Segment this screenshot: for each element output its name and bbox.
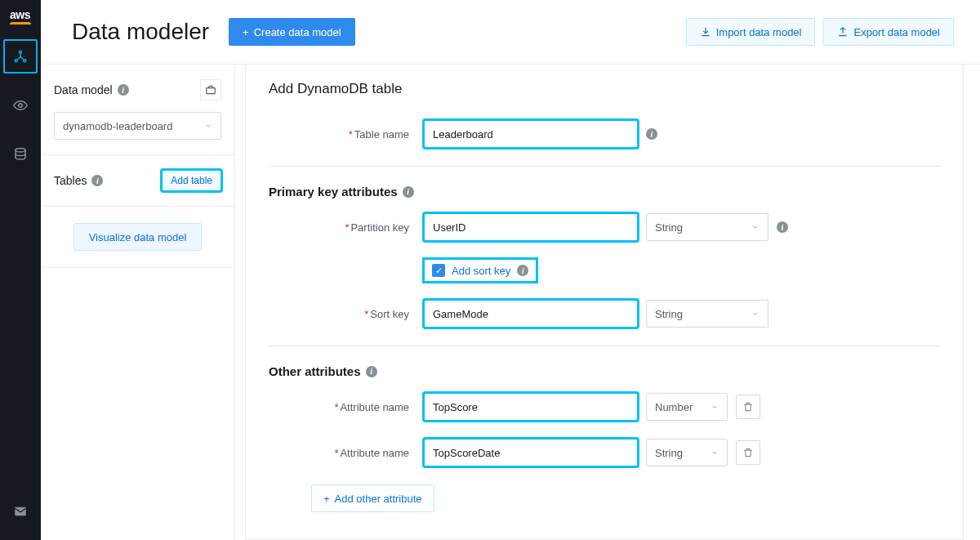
svg-point-0 <box>20 51 22 53</box>
attr-type: Number <box>655 401 693 413</box>
attribute-type-select[interactable]: String <box>646 439 728 466</box>
trash-icon <box>742 401 754 413</box>
delete-attribute-button[interactable] <box>736 395 760 419</box>
sidebar: Data model i dynamodb-leaderboard Tables… <box>41 64 235 540</box>
add-attr-label: Add other attribute <box>335 493 422 505</box>
data-model-label: Data model <box>54 83 113 96</box>
partition-key-type: String <box>655 221 683 234</box>
data-model-select[interactable]: dynamodb-leaderboard <box>54 112 221 140</box>
info-icon[interactable]: i <box>91 175 103 186</box>
svg-point-4 <box>16 149 25 153</box>
primary-key-section: Primary key attributes i <box>269 185 940 199</box>
header: Data modeler + Create data model Import … <box>41 0 980 64</box>
attribute-row: *Attribute name Number <box>269 393 940 421</box>
info-icon[interactable]: i <box>646 128 657 140</box>
svg-point-3 <box>19 104 23 108</box>
attribute-row: *Attribute name String <box>269 439 940 466</box>
svg-rect-5 <box>15 507 26 516</box>
panel-title: Add DynamoDB table <box>269 81 940 97</box>
info-icon[interactable]: i <box>118 84 129 96</box>
nav-data-modeler-icon[interactable] <box>3 39 38 74</box>
nav-rail: aws <box>0 0 41 540</box>
pk-heading: Primary key attributes <box>269 185 398 199</box>
chevron-down-icon <box>751 310 760 318</box>
attribute-type-select[interactable]: Number <box>646 393 728 421</box>
tables-label: Tables <box>54 174 87 187</box>
page-title: Data modeler <box>72 19 209 45</box>
table-name-input[interactable] <box>424 120 638 148</box>
data-model-value: dynamodb-leaderboard <box>63 120 172 132</box>
attr-name-label: Attribute name <box>340 447 409 459</box>
plus-icon: + <box>323 493 330 505</box>
visualize-data-model-button[interactable]: Visualize data model <box>74 223 203 251</box>
sort-key-label: Sort key <box>370 308 409 320</box>
import-data-model-button[interactable]: Import data model <box>686 18 816 46</box>
chevron-down-icon <box>710 449 719 457</box>
table-name-label: Table name <box>354 128 409 141</box>
chevron-down-icon <box>751 223 760 231</box>
attribute-name-input[interactable] <box>424 393 638 421</box>
info-icon: i <box>517 265 528 276</box>
add-sort-key-row: ✓ Add sort key i <box>269 259 940 282</box>
add-other-attribute-button[interactable]: + Add other attribute <box>311 484 434 512</box>
partition-key-type-select[interactable]: String <box>646 213 768 241</box>
add-table-button[interactable]: Add table <box>162 170 221 191</box>
divider <box>269 346 940 346</box>
sort-key-row: *Sort key String <box>269 300 940 328</box>
svg-rect-6 <box>207 88 216 94</box>
attribute-name-input[interactable] <box>424 439 638 466</box>
svg-point-1 <box>15 60 17 62</box>
table-name-row: *Table name i <box>269 120 940 148</box>
sort-key-input[interactable] <box>424 300 638 328</box>
aws-logo: aws <box>10 8 31 25</box>
import-label: Import data model <box>716 26 802 38</box>
create-data-model-label: Create data model <box>254 26 341 38</box>
trash-icon <box>742 447 754 458</box>
export-data-model-button[interactable]: Export data model <box>823 18 954 46</box>
attr-name-label: Attribute name <box>340 401 409 413</box>
partition-key-row: *Partition key String i <box>269 213 940 241</box>
export-label: Export data model <box>853 26 940 38</box>
nav-visualizer-icon[interactable] <box>3 88 38 123</box>
download-icon <box>700 26 711 38</box>
tables-card: Tables i Add table <box>41 155 234 207</box>
create-data-model-button[interactable]: + Create data model <box>229 18 355 46</box>
partition-key-input[interactable] <box>424 213 638 241</box>
other-heading: Other attributes <box>269 364 361 378</box>
attr-type: String <box>655 447 683 459</box>
svg-point-2 <box>24 60 26 62</box>
data-model-card: Data model i dynamodb-leaderboard <box>41 65 234 155</box>
info-icon[interactable]: i <box>366 366 377 377</box>
divider <box>269 166 940 167</box>
add-sort-key-label: Add sort key <box>452 265 510 277</box>
info-icon[interactable]: i <box>403 186 414 198</box>
info-icon[interactable]: i <box>777 221 788 233</box>
chevron-down-icon <box>204 122 212 130</box>
delete-attribute-button[interactable] <box>736 440 760 465</box>
check-icon: ✓ <box>432 264 445 277</box>
nav-mail-icon[interactable] <box>3 494 38 529</box>
briefcase-button[interactable] <box>200 79 221 100</box>
add-sort-key-checkbox[interactable]: ✓ Add sort key i <box>424 259 537 282</box>
chevron-down-icon <box>710 403 719 411</box>
sort-key-type-select[interactable]: String <box>646 300 768 328</box>
add-table-panel: Add DynamoDB table *Table name i Primary… <box>245 65 964 540</box>
plus-icon: + <box>243 26 249 38</box>
visualize-card: Visualize data model <box>41 207 234 268</box>
partition-key-label: Partition key <box>350 221 409 234</box>
nav-database-icon[interactable] <box>3 137 38 172</box>
main: Add DynamoDB table *Table name i Primary… <box>235 64 980 540</box>
upload-icon <box>837 26 849 38</box>
sort-key-type: String <box>655 308 683 320</box>
other-attributes-section: Other attributes i <box>269 364 940 378</box>
